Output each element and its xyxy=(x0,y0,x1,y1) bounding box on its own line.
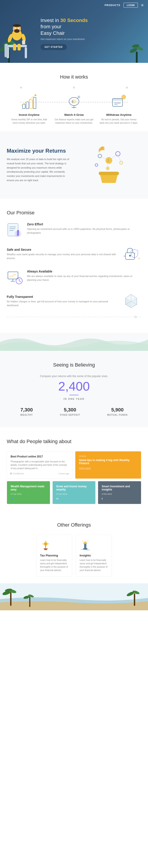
offerings-cards: Tax Planning Learn how to be financially… xyxy=(7,535,141,577)
talk-card-meta-5: f xyxy=(102,497,138,500)
talk-card-title-1: Best Product online 2017 xyxy=(10,455,69,458)
transparent-icon xyxy=(121,292,141,310)
promise-available-text: Always Available We are always available… xyxy=(27,270,141,282)
offering-insights: Insights Learn how to be financially sav… xyxy=(76,535,112,577)
promise-zero-effort-title: Zero Effort xyxy=(27,222,141,226)
hero-subtitle: Get maximum return on your investment xyxy=(41,38,88,40)
promise-always-available: Always Available We are always available… xyxy=(7,270,141,285)
step-withdraw: ↑ Withdraw Anytime No lock-in periods. G… xyxy=(97,93,141,125)
svg-point-68 xyxy=(124,255,125,257)
email-icon[interactable]: ✉ xyxy=(56,497,58,500)
stat-fd-num: 5,300 xyxy=(60,407,80,413)
svg-rect-12 xyxy=(4,44,8,57)
our-promise-section: Our Promise Zero Effort Opening an inves… xyxy=(0,199,148,333)
offering-tax-planning: Tax Planning Learn how to be financially… xyxy=(36,535,72,577)
seeing-section: Seeing is Believing Compare your returns… xyxy=(0,351,148,427)
promise-transparent-title: Fully Transparent xyxy=(7,295,117,299)
talk-card-date-4: 27 Apr 2016 xyxy=(56,493,92,495)
promise-transparent-text: Fully Transparent No hidden charges or f… xyxy=(7,295,121,307)
talk-card-title-5: Smart Investment and insights xyxy=(102,485,138,491)
how-it-works-title: How it works xyxy=(7,74,141,80)
promise-safe-secure: Safe and Secure Wealthy uses bank-grade … xyxy=(7,245,141,263)
svg-point-61 xyxy=(17,230,19,232)
promise-transparent: Fully Transparent No hidden charges or f… xyxy=(7,292,141,310)
paris-india-link[interactable]: PARIS INDIA xyxy=(79,467,91,469)
facebook-icon[interactable]: f xyxy=(10,472,11,475)
hero-title: Invest in 30 Seconds from your Easy Chai… xyxy=(41,17,88,37)
talk-card-best-product: Best Product online 2017 Photographer wi… xyxy=(7,451,73,479)
step-withdraw-desc: No lock-in periods. Get your money back … xyxy=(99,118,139,125)
step-invest-desc: Invest monthly SIP or one time, Add more… xyxy=(9,118,49,125)
promise-available-desc: We are always available to clear up any … xyxy=(27,274,141,282)
talking-cards-row1: Best Product online 2017 Photographer wi… xyxy=(7,451,141,479)
svg-rect-44 xyxy=(99,172,119,175)
maximize-image: $ $ xyxy=(76,143,141,187)
tax-planning-icon xyxy=(40,539,51,551)
stat-mf-num: 5,900 xyxy=(107,407,127,413)
step-withdraw-title: Withdraw Anytime xyxy=(106,113,131,117)
svg-text:$: $ xyxy=(101,147,103,150)
menu-icon[interactable]: ≡ xyxy=(141,3,144,8)
svg-rect-39 xyxy=(113,98,123,101)
how-it-works-section: How it works ✕ Invest Anytime Invest mon… xyxy=(0,63,148,131)
grow-icon: $ ↑ xyxy=(65,93,83,111)
stat-wealthy-label: WEALTHY xyxy=(20,414,33,416)
promise-safe-desc: Wealthy uses bank-grade security to mana… xyxy=(7,252,117,260)
svg-text:✓: ✓ xyxy=(133,252,136,255)
svg-point-69 xyxy=(138,258,140,259)
svg-line-51 xyxy=(109,154,118,160)
promise-safe-text: Safe and Secure Wealthy uses bank-grade … xyxy=(7,248,121,260)
svg-text:$: $ xyxy=(72,100,74,103)
promise-available-title: Always Available xyxy=(27,270,141,273)
step-dot xyxy=(126,87,128,88)
navbar: PRODUCTS LOGIN ≡ xyxy=(0,0,148,10)
offerings-title: Other Offerings xyxy=(7,522,141,528)
talk-card-cat-2: Finance xyxy=(79,455,138,457)
maximize-title: Maximize your Returns xyxy=(7,148,72,154)
step-grow-title: Watch it Grow xyxy=(64,113,84,117)
svg-rect-26 xyxy=(30,100,32,108)
beach-footer-svg xyxy=(0,583,148,610)
safe-secure-icon: ✓ xyxy=(121,245,141,263)
svg-text:↑: ↑ xyxy=(123,95,124,98)
always-available-icon xyxy=(7,270,23,285)
svg-point-16 xyxy=(13,24,21,27)
talk-card-title-3: Wealth Management made easy xyxy=(10,485,46,491)
twitter-icon[interactable]: 🐦 xyxy=(10,497,14,500)
wave-svg xyxy=(0,333,148,351)
svg-rect-70 xyxy=(8,272,18,279)
svg-rect-11 xyxy=(25,47,27,58)
svg-rect-22 xyxy=(13,44,16,51)
svg-text:↑: ↑ xyxy=(78,96,79,98)
facebook-icon-5[interactable]: f xyxy=(102,497,103,500)
svg-rect-105 xyxy=(29,597,30,607)
talk-card-title-2: Some tips in making it big with Wealthy … xyxy=(79,459,138,465)
svg-line-93 xyxy=(82,540,85,542)
svg-point-17 xyxy=(15,28,16,29)
nav-products[interactable]: PRODUCTS xyxy=(105,4,120,6)
maximize-content: Maximize your Returns We analyse over 25… xyxy=(7,148,76,183)
seeing-subtitle: Compare your returns with the some of th… xyxy=(7,375,141,378)
talk-card-title-4: Grow and Invest money smartly xyxy=(56,485,92,491)
get-started-button[interactable]: GET STARTED xyxy=(41,44,67,50)
svg-rect-91 xyxy=(84,544,87,548)
hero-figure-icon xyxy=(2,23,34,61)
offering-insights-title: Insights xyxy=(80,554,108,557)
svg-point-66 xyxy=(129,255,131,256)
svg-rect-23 xyxy=(18,44,21,51)
svg-point-84 xyxy=(45,543,47,545)
talk-card-meta-2: PARIS INDIA xyxy=(79,467,138,469)
login-button[interactable]: LOGIN xyxy=(123,3,138,8)
our-promise-title: Our Promise xyxy=(7,210,141,216)
seeing-number: 2,400 xyxy=(7,380,141,393)
maximize-illustration: $ $ xyxy=(87,143,131,187)
zero-effort-icon xyxy=(7,222,23,238)
divider-dot xyxy=(134,316,137,318)
promise-zero-effort-text: Zero Effort Opening an investment accoun… xyxy=(27,222,141,235)
svg-point-18 xyxy=(18,28,19,29)
palm-right-icon xyxy=(130,40,144,63)
talking-title: What do People talking about xyxy=(7,439,141,444)
offering-tax-title: Tax Planning xyxy=(40,554,68,557)
maximize-section: Maximize your Returns We analyse over 25… xyxy=(0,131,148,199)
svg-rect-5 xyxy=(136,52,138,63)
